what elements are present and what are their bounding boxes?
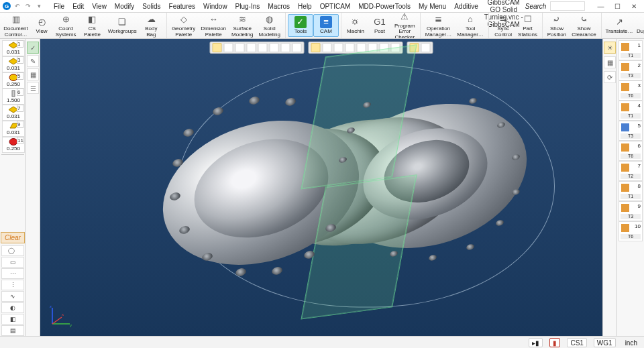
clear-button[interactable]: Clear <box>1 232 25 243</box>
cam-button[interactable]: ≡CAM <box>313 14 339 36</box>
view-toolbar-1[interactable] <box>210 42 305 54</box>
coord-systems-button[interactable]: ⊕CoordSystems <box>54 13 78 39</box>
menu-help[interactable]: Help <box>294 2 316 11</box>
menu-macros[interactable]: Macros <box>264 2 294 11</box>
cs-palette-button[interactable]: ◧CS Palette <box>78 13 107 39</box>
tool-index: 6 <box>17 89 23 96</box>
operation-swatch-icon <box>621 224 629 232</box>
status-record[interactable]: ▮ <box>549 338 560 347</box>
solid-modeling-icon: ◍ <box>264 13 276 25</box>
operation-manager-icon: ≣ <box>432 13 444 25</box>
check-button[interactable]: ✓ <box>27 42 39 54</box>
operation-9[interactable]: 9T3 <box>619 201 643 221</box>
operation-tag: T6 <box>621 93 641 99</box>
status-play[interactable]: ▸▮ <box>529 338 543 347</box>
mini-tool-g[interactable]: ◧ <box>1 314 24 325</box>
operation-8[interactable]: 8T1 <box>619 181 643 201</box>
operation-tag: T1 <box>621 113 641 119</box>
mini-tool-h[interactable]: ▤ <box>1 325 24 336</box>
operation-2[interactable]: 2T3 <box>619 60 643 80</box>
operation-number: 9 <box>638 203 641 209</box>
body-bag-button[interactable]: ☁Body Bag <box>138 13 164 39</box>
menu-solids[interactable]: Solids <box>138 2 164 11</box>
document-control-button[interactable]: ▥DocumentControl… <box>2 13 30 39</box>
operation-tag: T6 <box>621 234 641 239</box>
mini-tool-a[interactable]: ⃝ <box>1 245 24 256</box>
operation-list-panel: 1T12T33T64T15T36T67T28T19T310T6 <box>616 39 644 336</box>
operation-manager-button[interactable]: ≣OperationManager… <box>423 13 455 39</box>
ribbon: ▥DocumentControl…◴View⊕CoordSystems◧CS P… <box>0 13 644 39</box>
operation-1[interactable]: 1T1 <box>619 40 643 60</box>
edit-button[interactable]: ✎ <box>27 55 39 67</box>
menu-my-menu[interactable]: My Menu <box>415 2 450 11</box>
menu-file[interactable]: File <box>50 2 68 11</box>
action-button[interactable]: ▦ <box>27 68 39 80</box>
cam-label: CAM <box>320 29 332 34</box>
coord-systems-icon: ⊕ <box>60 13 72 25</box>
menu-mdd-powertools[interactable]: MDD-PowerTools <box>354 2 415 11</box>
operation-number: 8 <box>638 183 641 189</box>
operation-number: 1 <box>638 42 641 48</box>
geometry-palette-button[interactable]: ◇GeometryPalette <box>169 13 198 39</box>
dimension-palette-button[interactable]: ↔DimensionPalette <box>198 13 229 39</box>
tool-value: 0.031 <box>7 130 20 135</box>
menu-features[interactable]: Features <box>165 2 199 11</box>
right-tog-1[interactable]: ☀ <box>604 42 616 54</box>
minimize-button[interactable]: — <box>593 1 608 11</box>
close-button[interactable]: ✕ <box>627 1 641 11</box>
redo-icon[interactable]: ↷ <box>24 2 32 10</box>
maximize-button[interactable]: ☐ <box>610 1 625 11</box>
menu-edit[interactable]: Edit <box>68 2 88 11</box>
operation-6[interactable]: 6T6 <box>619 141 643 161</box>
workgroups-button[interactable]: ❏Workgroups <box>107 15 138 36</box>
status-cs[interactable]: CS1 <box>567 338 586 347</box>
translate-button[interactable]: ↗Translate… <box>604 15 635 36</box>
operation-swatch-icon <box>621 143 629 152</box>
right-tog-3[interactable]: ⟳ <box>604 71 616 83</box>
3d-viewport[interactable]: z y x <box>40 39 602 336</box>
program-error-checker-button[interactable]: ⚠ProgramError Checker <box>392 13 418 39</box>
qat-dropdown-icon[interactable]: ▾ <box>35 2 43 10</box>
operation-10[interactable]: 10T6 <box>619 221 643 241</box>
layer-button[interactable]: ☰ <box>27 82 39 94</box>
mini-tool-e[interactable]: ∿ <box>1 291 24 302</box>
surface-modeling-button[interactable]: ≋SurfaceModeling <box>229 13 256 39</box>
right-tog-2[interactable]: ▦ <box>604 56 616 68</box>
search-input[interactable] <box>550 1 585 11</box>
operation-tag: T1 <box>621 194 641 199</box>
geometry-palette-label: GeometryPalette <box>172 26 195 38</box>
menu-additive[interactable]: Additive <box>450 2 482 11</box>
operation-3[interactable]: 3T6 <box>619 80 643 101</box>
operation-4[interactable]: 4T1 <box>619 101 643 121</box>
post-button[interactable]: G1Post <box>368 15 392 36</box>
mini-tool-f[interactable]: ◐ <box>1 302 24 313</box>
part-stations-button[interactable]: ☐Part Stations <box>515 13 539 39</box>
dup-trans-button[interactable]: ⇗Dup+Trans… <box>635 15 644 36</box>
tool-manager-button[interactable]: ⌂ToolManager… <box>454 13 486 39</box>
document-control-label: DocumentControl… <box>3 26 28 38</box>
operation-tag: T1 <box>621 53 641 58</box>
sync-control-button[interactable]: ⇆Sync Control <box>491 13 515 39</box>
menu-view[interactable]: View <box>88 2 111 11</box>
view-button[interactable]: ◴View <box>30 15 54 36</box>
machining-button[interactable]: ⛭Machin <box>343 15 368 36</box>
menu-modify[interactable]: Modify <box>111 2 138 11</box>
tool-manager-icon: ⌂ <box>464 13 476 25</box>
solid-modeling-button[interactable]: ◍SolidModeling <box>256 13 283 39</box>
svg-text:y: y <box>70 323 72 327</box>
menu-plug-ins[interactable]: Plug-Ins <box>231 2 264 11</box>
menu-window[interactable]: Window <box>199 2 231 11</box>
mini-tool-d[interactable]: ⋮ <box>1 280 24 290</box>
cad-model <box>147 55 496 310</box>
menu-opticam[interactable]: OPTICAM <box>316 2 355 11</box>
show-position-button[interactable]: ⤾ShowPosition <box>545 13 569 39</box>
mini-tool-c[interactable]: ⋯ <box>1 268 24 279</box>
operation-5[interactable]: 5T3 <box>619 121 643 141</box>
show-clearance-button[interactable]: ⤿ShowClearance <box>569 13 598 39</box>
operation-7[interactable]: 7T2 <box>619 161 643 181</box>
tools-button[interactable]: ✓Tools <box>288 14 313 36</box>
status-wg[interactable]: WG1 <box>594 338 616 347</box>
left-mini-toolbar: ✓ ✎ ▦ ☰ <box>26 39 40 336</box>
undo-icon[interactable]: ↶ <box>13 2 21 10</box>
mini-tool-b[interactable]: ▭ <box>1 257 24 268</box>
